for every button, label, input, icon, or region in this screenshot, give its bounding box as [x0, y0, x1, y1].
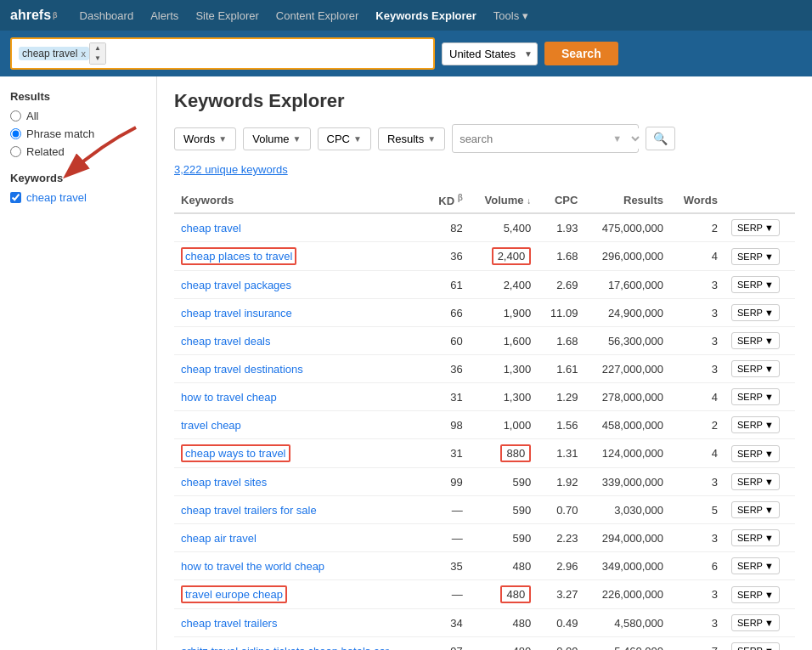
keyword-checkbox[interactable] [10, 192, 21, 203]
page-title: Keywords Explorer [174, 90, 795, 112]
serp-dropdown-icon[interactable]: ▼ [764, 308, 774, 318]
keyword-cell[interactable]: cheap ways to travel [174, 439, 426, 468]
words-cell: 3 [670, 355, 725, 383]
serp-dropdown-icon[interactable]: ▼ [764, 477, 774, 487]
serp-cell: SERP ▼ [725, 411, 795, 439]
cpc-cell: 1.68 [538, 242, 584, 271]
search-button[interactable]: Search [544, 42, 618, 65]
radio-phrase-match[interactable]: Phrase match [10, 127, 146, 140]
serp-button[interactable]: SERP ▼ [731, 557, 780, 574]
serp-dropdown-icon[interactable]: ▼ [764, 449, 774, 459]
keyword-cell[interactable]: cheap travel packages [174, 271, 426, 299]
keyword-cell[interactable]: how to travel the world cheap [174, 552, 426, 580]
keyword-spinner[interactable]: ▲ ▼ [89, 42, 106, 65]
keyword-cell[interactable]: travel cheap [174, 411, 426, 439]
keyword-cell[interactable]: travel europe cheap [174, 580, 426, 609]
nav-site-explorer[interactable]: Site Explorer [187, 0, 267, 31]
search-execute-btn[interactable]: 🔍 [646, 127, 675, 150]
results-filter-btn[interactable]: Results ▼ [378, 127, 445, 150]
serp-dropdown-icon[interactable]: ▼ [764, 618, 774, 628]
serp-dropdown-icon[interactable]: ▼ [764, 280, 774, 290]
serp-dropdown-icon[interactable]: ▼ [764, 646, 774, 650]
serp-dropdown-icon[interactable]: ▼ [764, 364, 774, 374]
keywords-section: Keywords cheap travel [10, 172, 146, 204]
serp-dropdown-icon[interactable]: ▼ [764, 223, 774, 233]
spinner-up[interactable]: ▲ [90, 43, 105, 54]
serp-button[interactable]: SERP ▼ [731, 586, 780, 603]
search-filter-dropdown[interactable]: ▼ [602, 128, 642, 149]
search-filter-wrap: ▼ [452, 124, 639, 153]
keyword-cell[interactable]: cheap travel deals [174, 327, 426, 355]
serp-button[interactable]: SERP ▼ [731, 360, 780, 377]
results-cell: 226,000,000 [584, 580, 670, 609]
keyword-cell[interactable]: cheap air travel [174, 524, 426, 552]
radio-related-input[interactable] [10, 146, 21, 157]
country-select[interactable]: United States [442, 42, 538, 65]
keyword-cell[interactable]: cheap travel insurance [174, 299, 426, 327]
serp-dropdown-icon[interactable]: ▼ [764, 252, 774, 262]
cpc-filter-btn[interactable]: CPC ▼ [318, 127, 371, 150]
volume-cell: 590 [470, 524, 538, 552]
volume-cell: 590 [470, 468, 538, 496]
serp-button[interactable]: SERP ▼ [731, 529, 780, 546]
keyword-cell[interactable]: cheap travel trailers for sale [174, 496, 426, 524]
radio-phrase-match-input[interactable] [10, 128, 21, 139]
cpc-cell: 1.56 [538, 411, 584, 439]
spinner-down[interactable]: ▼ [90, 54, 105, 64]
serp-button[interactable]: SERP ▼ [731, 248, 780, 265]
serp-button[interactable]: SERP ▼ [731, 445, 780, 462]
results-chevron-icon: ▼ [427, 134, 436, 144]
table-row: cheap travel packages 61 2,400 2.69 17,6… [174, 271, 795, 299]
serp-button[interactable]: SERP ▼ [731, 501, 780, 518]
keyword-cell[interactable]: cheap travel sites [174, 468, 426, 496]
unique-count[interactable]: 3,222 unique keywords [174, 163, 795, 176]
keyword-cell[interactable]: cheap travel [174, 213, 426, 242]
serp-button[interactable]: SERP ▼ [731, 473, 780, 490]
th-keywords: Keywords [174, 188, 426, 213]
words-cell: 3 [670, 609, 725, 637]
keyword-cell[interactable]: cheap travel destinations [174, 355, 426, 383]
serp-button[interactable]: SERP ▼ [731, 416, 780, 433]
radio-all-input[interactable] [10, 110, 21, 122]
serp-button[interactable]: SERP ▼ [731, 642, 780, 650]
cpc-cell: 1.93 [538, 213, 584, 242]
keyword-cell[interactable]: cheap places to travel [174, 242, 426, 271]
match-type-group: All Phrase match Related [10, 110, 146, 158]
volume-filter-btn[interactable]: Volume ▼ [243, 127, 310, 150]
serp-button[interactable]: SERP ▼ [731, 332, 780, 349]
table-row: cheap air travel — 590 2.23 294,000,000 … [174, 524, 795, 552]
serp-button[interactable]: SERP ▼ [731, 219, 780, 236]
radio-all[interactable]: All [10, 110, 146, 122]
serp-dropdown-icon[interactable]: ▼ [764, 420, 774, 430]
serp-dropdown-icon[interactable]: ▼ [764, 533, 774, 543]
nav-content-explorer[interactable]: Content Explorer [268, 0, 368, 31]
serp-dropdown-icon[interactable]: ▼ [764, 561, 774, 571]
results-cell: 349,000,000 [584, 552, 670, 580]
serp-dropdown-icon[interactable]: ▼ [764, 392, 774, 402]
serp-button[interactable]: SERP ▼ [731, 304, 780, 321]
results-cell: 24,900,000 [584, 299, 670, 327]
radio-related[interactable]: Related [10, 145, 146, 158]
search-filter-input[interactable] [460, 133, 602, 145]
serp-dropdown-icon[interactable]: ▼ [764, 336, 774, 346]
nav-keywords-explorer[interactable]: Keywords Explorer [367, 0, 485, 31]
serp-button[interactable]: SERP ▼ [731, 614, 780, 631]
remove-keyword-tag[interactable]: x [81, 48, 86, 59]
serp-button[interactable]: SERP ▼ [731, 276, 780, 293]
keyword-cell[interactable]: how to travel cheap [174, 383, 426, 411]
serp-button[interactable]: SERP ▼ [731, 388, 780, 405]
nav-tools[interactable]: Tools ▾ [485, 0, 537, 31]
kd-cell: — [426, 524, 470, 552]
keyword-filter-item[interactable]: cheap travel [10, 191, 146, 204]
nav-dashboard[interactable]: Dashboard [71, 0, 143, 31]
serp-dropdown-icon[interactable]: ▼ [764, 590, 774, 600]
volume-cell: 480 [470, 609, 538, 637]
keyword-cell[interactable]: cheap travel trailers [174, 609, 426, 637]
serp-cell: SERP ▼ [725, 496, 795, 524]
keyword-cell[interactable]: orbitz travel airline tickets cheap hote… [174, 637, 426, 650]
serp-cell: SERP ▼ [725, 299, 795, 327]
words-cell: 2 [670, 411, 725, 439]
serp-dropdown-icon[interactable]: ▼ [764, 505, 774, 515]
words-filter-btn[interactable]: Words ▼ [174, 127, 236, 150]
nav-alerts[interactable]: Alerts [142, 0, 187, 31]
